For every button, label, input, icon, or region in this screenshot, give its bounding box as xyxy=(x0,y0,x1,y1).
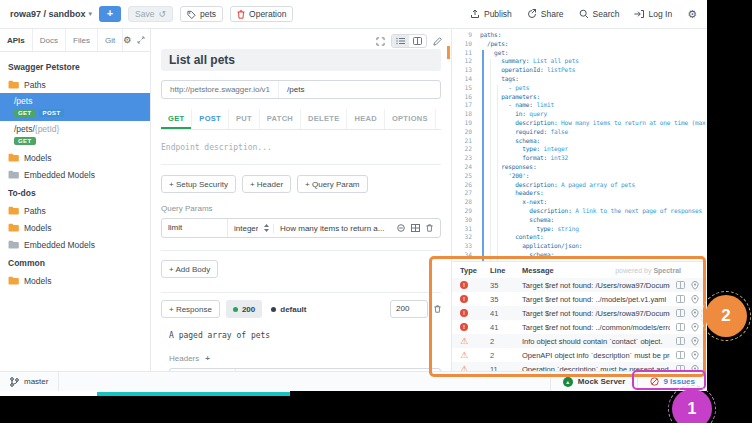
save-button[interactable]: Save ↺ xyxy=(128,6,173,22)
sidebar-path-item[interactable]: /pets GETPOST xyxy=(0,93,150,121)
response-code-input[interactable]: 200 xyxy=(390,300,428,318)
fullscreen-icon[interactable] xyxy=(376,37,385,46)
sidebar-tab-git[interactable]: Git xyxy=(98,29,123,51)
yaml-value: List all pets xyxy=(529,57,578,66)
method-tab-head[interactable]: HEAD xyxy=(347,109,384,129)
add-body-button[interactable]: + Add Body xyxy=(161,260,218,278)
issue-row[interactable]: ⚠11Operation `description` must be prese… xyxy=(452,362,707,371)
workspace-switcher[interactable]: rowa97 / sandbox ▾ xyxy=(10,9,92,19)
undo-icon[interactable]: ↺ xyxy=(158,9,166,19)
add-query-param-button[interactable]: + Query Param xyxy=(297,175,367,193)
method-tab-delete[interactable]: DELETE xyxy=(301,109,347,129)
edit-pencil-icon[interactable] xyxy=(433,37,442,46)
other-properties-icon[interactable] xyxy=(411,224,420,232)
code-editor[interactable]: 9paths:10 /pets:11 get:12 summary: List … xyxy=(452,29,707,261)
endpoint-description-input[interactable]: Endpoint description... xyxy=(161,143,441,152)
video-progress-played xyxy=(97,392,290,396)
compare-view-icon[interactable] xyxy=(676,295,685,303)
delete-operation-button[interactable]: Operation xyxy=(230,6,293,22)
param-name-input[interactable]: limit xyxy=(162,219,228,237)
compare-view-icon[interactable] xyxy=(676,337,685,345)
folder-icon xyxy=(8,276,19,285)
response-tab-default[interactable]: default xyxy=(264,300,313,318)
share-button[interactable]: Share xyxy=(527,9,564,19)
issue-row[interactable]: !35Target $ref not found: /Users/rowa97/… xyxy=(452,278,707,292)
compare-view-icon[interactable] xyxy=(676,281,685,289)
search-button[interactable]: Search xyxy=(579,9,620,19)
method-badges: GETPOST xyxy=(14,109,142,117)
sidebar-tab-docs[interactable]: Docs xyxy=(33,29,66,51)
login-button[interactable]: Log In xyxy=(634,9,672,19)
sidebar-folder-item[interactable]: Paths xyxy=(0,202,150,219)
method-tab-put[interactable]: PUT xyxy=(229,109,260,129)
sidebar-tab-apis[interactable]: APIs xyxy=(0,29,33,51)
delete-response-icon[interactable] xyxy=(434,305,441,313)
response-tab-200[interactable]: 200 xyxy=(226,300,262,318)
add-header-button[interactable]: + Header xyxy=(242,175,291,193)
mock-server-button[interactable]: ▲ Mock Server xyxy=(550,372,638,391)
sidebar-tab-files[interactable]: Files xyxy=(66,29,98,51)
goto-line-pin-icon[interactable] xyxy=(691,295,699,304)
goto-line-pin-icon[interactable] xyxy=(691,337,699,346)
method-tab-options[interactable]: OPTIONS xyxy=(385,109,436,129)
issue-row[interactable]: ⚠2Info object should contain `contact` o… xyxy=(452,334,707,348)
yaml-value: false xyxy=(547,128,568,137)
compare-view-icon[interactable] xyxy=(676,323,685,331)
tag-pets-button[interactable]: pets xyxy=(180,6,223,22)
setup-security-button[interactable]: + Setup Security xyxy=(161,175,236,193)
param-description-input[interactable]: How many items to return a... xyxy=(274,224,390,233)
method-tab-patch[interactable]: PATCH xyxy=(260,109,301,129)
yaml-key: application/json: xyxy=(480,242,582,251)
sidebar-folder-item[interactable]: Embedded Models xyxy=(0,166,150,183)
response-description-input[interactable]: A paged array of pets xyxy=(169,331,441,340)
publish-button[interactable]: Publish xyxy=(470,9,512,19)
sidebar-path-item[interactable]: /pets/{petId} GET xyxy=(0,121,150,149)
endpoint-url[interactable]: http://petstore.swagger.io/v1 /pets xyxy=(161,80,441,99)
settings-gear-icon[interactable]: ⚙ xyxy=(687,9,697,20)
add-response-button[interactable]: + Response xyxy=(161,300,220,318)
issue-message: Target $ref not found: ../models/pet.v1.… xyxy=(522,295,670,304)
issue-row[interactable]: !41Target $ref not found: ../common/mode… xyxy=(452,320,707,334)
method-tab-trace[interactable]: TRACE xyxy=(436,109,441,129)
issues-col-message: Message xyxy=(522,266,615,275)
sidebar-settings-gear-icon[interactable]: ⚙ xyxy=(123,35,131,46)
issue-row[interactable]: !41Target $ref not found: /Users/rowa97/… xyxy=(452,306,707,320)
add-button[interactable]: + xyxy=(99,6,121,22)
method-tab-get[interactable]: GET xyxy=(161,109,192,129)
response-header-row: x-next string A link to the next page of… xyxy=(169,368,441,371)
split-view-button[interactable] xyxy=(409,35,426,47)
param-row-icons xyxy=(390,224,440,232)
goto-line-pin-icon[interactable] xyxy=(691,281,699,290)
delete-param-icon[interactable] xyxy=(426,224,433,232)
line-number: 10 xyxy=(452,40,480,49)
url-path-input[interactable]: /pets xyxy=(279,85,312,94)
sidebar-folder-item[interactable]: Models xyxy=(0,219,150,236)
line-number: 30 xyxy=(452,216,480,225)
issue-row[interactable]: !35Target $ref not found: ../models/pet.… xyxy=(452,292,707,306)
required-toggle-icon[interactable] xyxy=(397,224,405,232)
method-tab-post[interactable]: POST xyxy=(192,109,229,129)
param-type-select[interactable]: integer xyxy=(228,224,274,233)
goto-line-pin-icon[interactable] xyxy=(691,323,699,332)
compare-view-icon[interactable] xyxy=(676,309,685,317)
sidebar-folder-item[interactable]: Embedded Models xyxy=(0,236,150,253)
issues-count-button[interactable]: 9 Issues xyxy=(637,372,707,391)
toolbar: rowa97 / sandbox ▾ + Save ↺ pets Operati… xyxy=(0,0,707,29)
folder-icon xyxy=(8,153,19,162)
goto-line-pin-icon[interactable] xyxy=(691,351,699,360)
git-branch-selector[interactable]: master xyxy=(0,372,59,391)
sidebar-folder-item[interactable]: Models xyxy=(0,149,150,166)
goto-line-pin-icon[interactable] xyxy=(691,309,699,318)
endpoint-title[interactable]: List all pets xyxy=(161,49,441,71)
line-number: 25 xyxy=(452,172,480,181)
compare-view-icon[interactable] xyxy=(676,351,685,359)
form-view-button[interactable] xyxy=(392,35,409,47)
add-response-header-button[interactable]: + xyxy=(205,354,210,363)
header-name-input[interactable]: x-next xyxy=(170,369,236,371)
expand-panel-icon[interactable] xyxy=(137,36,145,44)
sidebar-folder-item[interactable]: Models xyxy=(0,272,150,289)
sidebar-tab-icons: ⚙ xyxy=(123,29,151,51)
line-number: 22 xyxy=(452,145,480,154)
sidebar-folder-item[interactable]: Paths xyxy=(0,76,150,93)
issue-row[interactable]: ⚠2OpenAPI object info `description` must… xyxy=(452,348,707,362)
